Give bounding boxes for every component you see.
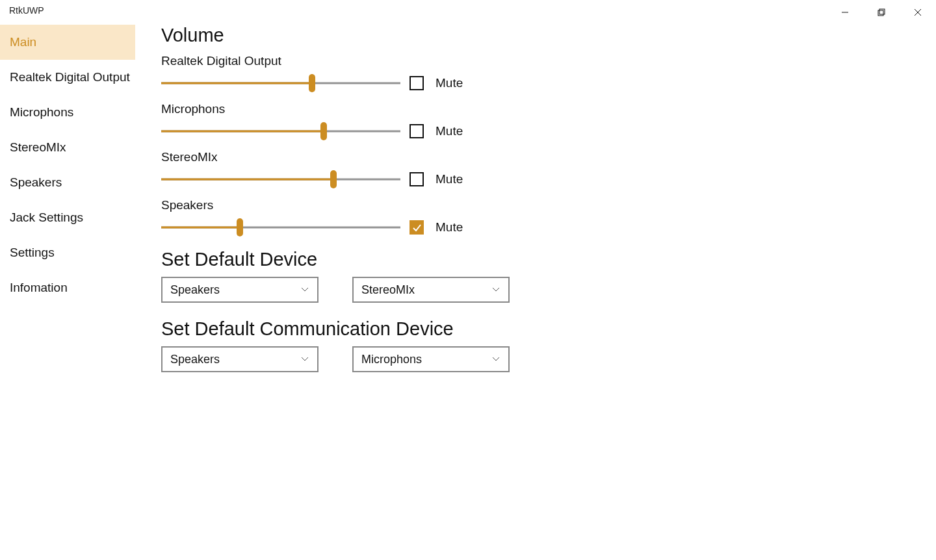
mute-checkbox[interactable] xyxy=(410,76,424,90)
volume-label: StereoMIx xyxy=(161,150,936,164)
slider-thumb[interactable] xyxy=(320,122,327,140)
combo-value: StereoMIx xyxy=(361,283,415,297)
maximize-button[interactable] xyxy=(863,0,900,25)
sidebar-item-microphons[interactable]: Microphons xyxy=(0,95,135,130)
default-comm-heading: Set Default Communication Device xyxy=(161,318,936,340)
volume-label: Speakers xyxy=(161,198,936,212)
sidebar-item-digital-output[interactable]: Realtek Digital Output xyxy=(0,60,135,95)
chevron-down-icon xyxy=(491,285,500,294)
sidebar-item-label: Jack Settings xyxy=(10,210,83,225)
content-pane: Volume Realtek Digital OutputMuteMicroph… xyxy=(135,25,936,560)
sidebar: Main Realtek Digital Output Microphons S… xyxy=(0,25,135,560)
sidebar-item-label: StereoMIx xyxy=(10,140,66,155)
chevron-down-icon xyxy=(300,355,309,364)
sidebar-item-label: Infomation xyxy=(10,281,68,295)
minimize-icon xyxy=(841,8,849,16)
volume-block: StereoMIxMute xyxy=(161,150,936,189)
minimize-button[interactable] xyxy=(827,0,863,25)
maximize-icon xyxy=(878,8,885,16)
slider-thumb[interactable] xyxy=(309,74,315,92)
combo-value: Speakers xyxy=(170,353,220,366)
mute-label: Mute xyxy=(436,220,463,235)
titlebar: RtkUWP xyxy=(0,0,936,25)
volume-heading: Volume xyxy=(161,25,936,46)
combo-value: Microphons xyxy=(361,353,422,366)
volume-row: Mute xyxy=(161,218,936,237)
sidebar-item-jack-settings[interactable]: Jack Settings xyxy=(0,200,135,235)
svg-rect-2 xyxy=(879,9,885,14)
volume-slider[interactable] xyxy=(161,170,400,189)
sidebar-item-label: Microphons xyxy=(10,105,73,120)
sidebar-item-label: Realtek Digital Output xyxy=(10,70,130,84)
sidebar-item-stereomix[interactable]: StereoMIx xyxy=(0,130,135,165)
close-icon xyxy=(914,8,922,16)
volume-block: SpeakersMute xyxy=(161,198,936,237)
close-button[interactable] xyxy=(900,0,936,25)
mute-label: Mute xyxy=(436,76,463,90)
sidebar-item-settings[interactable]: Settings xyxy=(0,235,135,270)
volume-row: Mute xyxy=(161,121,936,141)
window-controls xyxy=(827,0,936,25)
mute-checkbox[interactable] xyxy=(410,220,424,235)
default-comm-input-combo[interactable]: Microphons xyxy=(352,346,510,372)
default-device-heading: Set Default Device xyxy=(161,249,936,270)
default-comm-output-combo[interactable]: Speakers xyxy=(161,346,318,372)
combo-value: Speakers xyxy=(170,283,220,297)
default-output-combo[interactable]: Speakers xyxy=(161,277,318,303)
mute-checkbox[interactable] xyxy=(410,124,424,138)
sidebar-item-label: Settings xyxy=(10,246,55,260)
window-title: RtkUWP xyxy=(9,0,44,16)
check-icon xyxy=(411,222,422,233)
sidebar-item-main[interactable]: Main xyxy=(0,25,135,60)
volume-label: Microphons xyxy=(161,102,936,116)
slider-thumb[interactable] xyxy=(237,218,243,236)
chevron-down-icon xyxy=(491,355,500,364)
sidebar-item-infomation[interactable]: Infomation xyxy=(0,270,135,305)
mute-checkbox[interactable] xyxy=(410,172,424,186)
sidebar-item-label: Main xyxy=(10,35,36,49)
volume-slider[interactable] xyxy=(161,121,400,141)
chevron-down-icon xyxy=(300,285,309,294)
svg-rect-1 xyxy=(878,10,883,16)
volume-slider[interactable] xyxy=(161,218,400,237)
volume-slider[interactable] xyxy=(161,73,400,93)
volume-row: Mute xyxy=(161,170,936,189)
mute-label: Mute xyxy=(436,172,463,186)
mute-label: Mute xyxy=(436,124,463,138)
slider-thumb[interactable] xyxy=(330,170,337,188)
volume-block: Realtek Digital OutputMute xyxy=(161,54,936,93)
volume-row: Mute xyxy=(161,73,936,93)
sidebar-item-speakers[interactable]: Speakers xyxy=(0,165,135,200)
default-input-combo[interactable]: StereoMIx xyxy=(352,277,510,303)
volume-label: Realtek Digital Output xyxy=(161,54,936,68)
volume-block: MicrophonsMute xyxy=(161,102,936,141)
sidebar-item-label: Speakers xyxy=(10,175,62,190)
